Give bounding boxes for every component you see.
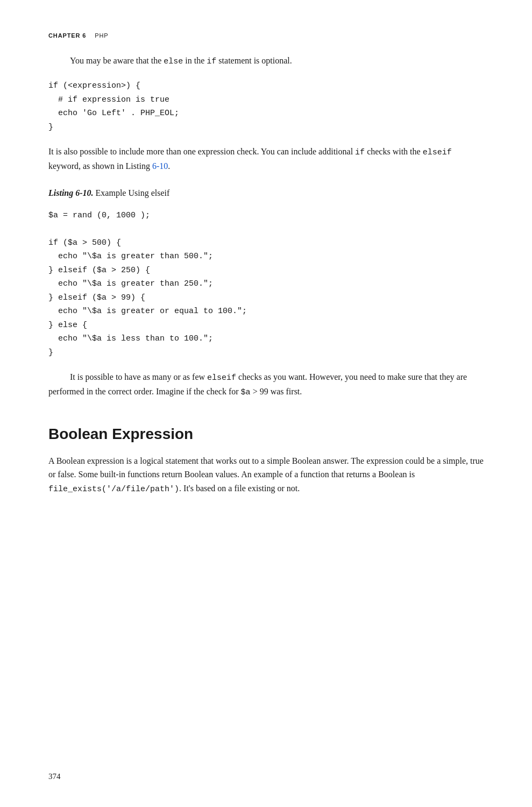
chapter-label: CHAPTER 6: [48, 32, 86, 39]
intro-text-end: statement is optional.: [216, 56, 292, 65]
para2-dot: .: [168, 161, 170, 171]
if-code: if: [207, 57, 216, 66]
para3-text-start: It is possible to have as many or as few: [70, 372, 207, 381]
code-block-2: $a = rand (0, 1000 ); if ($a > 500) { ec…: [48, 209, 484, 360]
para2-text-mid: checks with the: [365, 147, 423, 156]
chapter-header: CHAPTER 6 PHP: [48, 32, 484, 39]
intro-text-mid: in the: [183, 56, 207, 65]
para3-dollar-a-code: $a: [241, 388, 251, 397]
file-exists-code: file_exists('/a/file/path'): [48, 485, 179, 494]
code-block-1: if (<expression>) { # if expression is t…: [48, 79, 484, 134]
intro-paragraph: You may be aware that the else in the if…: [48, 54, 484, 68]
para3-text-end: > 99 was first.: [251, 387, 302, 396]
para3-elseif-code: elseif: [207, 373, 236, 383]
intro-text-start: You may be aware that the: [70, 56, 164, 65]
para2-elseif-code: elseif: [423, 148, 452, 157]
listing-link[interactable]: 6-10: [152, 161, 168, 171]
else-code: else: [164, 57, 183, 66]
listing-label-bold: Listing 6-10.: [48, 188, 94, 197]
para2-if-code: if: [355, 148, 365, 157]
para2-text-end-pre: keyword, as shown in Listing: [48, 161, 152, 171]
page-number: 374: [48, 772, 61, 781]
page: CHAPTER 6 PHP You may be aware that the …: [0, 0, 532, 807]
chapter-title: PHP: [95, 32, 108, 39]
para2-text-start: It is also possible to include more than…: [48, 147, 355, 156]
listing-label-container: Listing 6-10. Example Using elseif: [48, 188, 484, 198]
boolean-text-start: A Boolean expression is a logical statem…: [48, 456, 484, 479]
boolean-section-heading: Boolean Expression: [48, 425, 484, 443]
paragraph-3: It is possible to have as many or as few…: [48, 370, 484, 399]
listing-description: Example Using elseif: [94, 188, 170, 197]
paragraph-2: It is also possible to include more than…: [48, 145, 484, 173]
boolean-text-end: . It's based on a file existing or not.: [179, 484, 300, 493]
boolean-paragraph: A Boolean expression is a logical statem…: [48, 454, 484, 496]
